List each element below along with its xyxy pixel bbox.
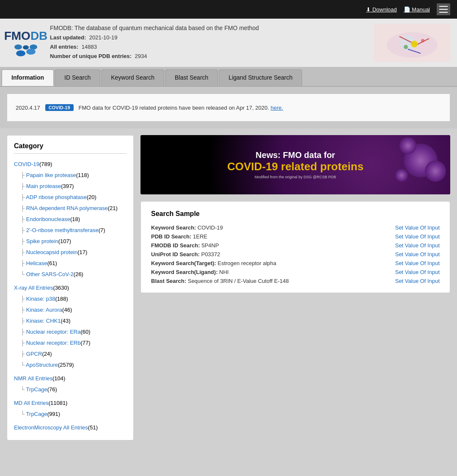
list-item: Nuclear receptor: ERb(77) [14, 338, 127, 349]
sample-link-blast[interactable]: Set Value Of Input [395, 278, 440, 284]
sample-row-pdb: PDB ID Search: 1ERE [151, 233, 387, 240]
category-link-methyltransferase[interactable]: 2'-O-ribose methyltransferase [26, 227, 99, 233]
announcement-row: 2020.4.17 COVID-19 FMO data for COVID-19… [16, 104, 441, 111]
tab-ligand-structure-search[interactable]: Ligand Structure Search [219, 69, 302, 86]
list-item: Kinase: CHK1(43) [14, 315, 127, 327]
sample-link-uniprot[interactable]: Set Value Of Input [395, 251, 440, 257]
category-link-kinase-chk1[interactable]: Kinase: CHK1 [26, 318, 61, 324]
main-content: Category COVID-19(789) Papain like prote… [0, 128, 457, 447]
announcement-box: 2020.4.17 COVID-19 FMO data for COVID-19… [7, 94, 450, 122]
announcement-text: FMO data for COVID-19 related proteins h… [79, 105, 283, 111]
category-link-main-protease[interactable]: Main protease [26, 183, 61, 189]
announcement-date: 2020.4.17 [16, 105, 40, 111]
virus-circle-4 [395, 169, 408, 182]
list-item: COVID-19(789) [14, 159, 127, 170]
category-link-trpcage-nmr[interactable]: TrpCage [26, 386, 47, 393]
category-link-era[interactable]: Nuclear receptor: ERa [26, 329, 81, 335]
list-item: Papain like protease(118) [14, 170, 127, 181]
category-link-trpcage-md[interactable]: TrpCage [26, 411, 47, 417]
tab-blast-search[interactable]: Blast Search [165, 69, 218, 86]
category-link-kinase-p38[interactable]: Kinase: p38 [26, 296, 55, 302]
right-panel: News: FMO data for COVID-19 related prot… [140, 135, 450, 293]
category-link-adp[interactable]: ADP ribose phosphatase [26, 194, 87, 200]
list-item: TrpCage(991) [14, 409, 127, 420]
list-item: ElectronMicroscopy All Entries(51) [14, 422, 127, 433]
category-link-helicase[interactable]: Helicase [26, 260, 47, 266]
virus-circle-3 [399, 137, 416, 154]
list-item: Nuclear receptor: ERa(60) [14, 327, 127, 338]
category-link-em[interactable]: ElectronMicroscopy All Entries [14, 424, 88, 431]
list-item: Nucleocapsid protein(17) [14, 247, 127, 258]
list-item: GPCR(24) [14, 349, 127, 360]
header-info: FMODB: The database of quantum mechanica… [50, 25, 374, 61]
list-item: NMR All Entries(104) [14, 373, 127, 384]
category-link-erb[interactable]: Nuclear receptor: ERb [26, 340, 81, 346]
news-attribution: Modified from the original by DSG @RCSB … [227, 175, 363, 179]
sample-row-keyword: Keyword Search: COVID-19 [151, 224, 387, 231]
category-link-rna-polymerase[interactable]: RNA dependent RNA polymerase [26, 205, 108, 211]
category-link-xray[interactable]: X-ray All Entries [14, 285, 53, 291]
category-link-sars[interactable]: Other SARS-CoV-2 [26, 271, 74, 277]
logo-fmo: FMO [4, 29, 30, 43]
list-item: Spike protein(107) [14, 236, 127, 247]
sample-link-keyword-ligand[interactable]: Set Value Of Input [395, 269, 440, 275]
list-item: Other SARS-CoV-2(26) [14, 269, 127, 280]
download-link[interactable]: ⬇ Download [366, 6, 396, 13]
sample-row-uniprot: UniProt ID Search: P03372 [151, 251, 387, 257]
tab-keyword-search[interactable]: Keyword Search [101, 69, 164, 86]
category-link-spike[interactable]: Spike protein [26, 238, 58, 244]
svg-point-7 [404, 45, 408, 49]
tab-content-area: 2020.4.17 COVID-19 FMO data for COVID-19… [0, 87, 457, 128]
svg-point-8 [421, 39, 424, 42]
category-list: COVID-19(789) Papain like protease(118) … [14, 159, 127, 433]
sample-link-pdb[interactable]: Set Value Of Input [395, 233, 440, 240]
sample-row-fmodb: FMODB ID Search: 5P4NP [151, 242, 387, 249]
logo-decoration [14, 44, 37, 50]
sample-link-fmodb[interactable]: Set Value Of Input [395, 242, 440, 249]
site-header: FMO DB FMODB: The database of quantum me… [0, 19, 457, 67]
last-updated: Last updated: 2021-10-19 [50, 33, 374, 42]
site-title: FMODB: The database of quantum mechanica… [50, 25, 374, 31]
category-link-papain[interactable]: Papain like protease [26, 172, 76, 178]
category-link-endoribo[interactable]: Endoribonuclease [26, 216, 70, 222]
category-link-nucleocapsid[interactable]: Nucleocapsid protein [26, 249, 77, 255]
pdb-entries: Number of unique PDB entries: 2934 [50, 52, 374, 61]
hamburger-menu[interactable] [437, 3, 450, 15]
manual-link[interactable]: 📄 Manual [404, 6, 430, 13]
announcement-link[interactable]: here. [270, 105, 283, 111]
category-link-apo[interactable]: ApoStructure [26, 362, 58, 368]
tab-information[interactable]: Information [2, 69, 54, 86]
search-sample-box: Search Sample Keyword Search: COVID-19 S… [140, 201, 450, 293]
virus-circle-2 [425, 161, 446, 182]
all-entries: All entries: 14883 [50, 42, 374, 52]
tab-id-search[interactable]: ID Search [55, 69, 100, 86]
list-item: MD All Entries(11081) [14, 398, 127, 409]
category-link-nmr[interactable]: NMR All Entries [14, 375, 52, 382]
search-sample-title: Search Sample [151, 210, 440, 218]
news-text-overlay: News: FMO data for COVID-19 related prot… [219, 150, 372, 179]
list-item: X-ray All Entries(3630) [14, 282, 127, 293]
list-item: Helicase(61) [14, 258, 127, 269]
sample-link-keyword-target[interactable]: Set Value Of Input [395, 260, 440, 266]
sample-link-keyword[interactable]: Set Value Of Input [395, 224, 440, 231]
list-item: Endoribonuclease(18) [14, 214, 127, 225]
sample-row-keyword-target: Keyword Search(Target): Estrogen recepto… [151, 260, 387, 266]
category-link-kinase-aurora[interactable]: Kinase: Aurora [26, 307, 62, 313]
logo-area: FMO DB FMODB: The database of quantum me… [7, 25, 374, 61]
list-item: ApoStructure(2579) [14, 360, 127, 371]
search-sample-grid: Keyword Search: COVID-19 Set Value Of In… [151, 224, 440, 284]
logo-db: DB [30, 29, 47, 43]
category-link-gpcr[interactable]: GPCR [26, 351, 42, 357]
category-link-covid19[interactable]: COVID-19 [14, 161, 39, 167]
header-image [374, 24, 450, 62]
news-line2: COVID-19 related proteins [227, 160, 363, 173]
svg-point-6 [411, 41, 418, 47]
list-item: ADP ribose phosphatase(20) [14, 192, 127, 203]
list-item: TrpCage(76) [14, 384, 127, 395]
list-item: RNA dependent RNA polymerase(21) [14, 203, 127, 214]
news-banner: News: FMO data for COVID-19 related prot… [140, 135, 450, 194]
sample-row-blast: Blast Search: Sequence of 3RIN / E-Value… [151, 278, 387, 284]
category-link-md[interactable]: MD All Entries [14, 400, 49, 406]
list-item: 2'-O-ribose methyltransferase(7) [14, 225, 127, 236]
list-item: Kinase: p38(188) [14, 293, 127, 304]
